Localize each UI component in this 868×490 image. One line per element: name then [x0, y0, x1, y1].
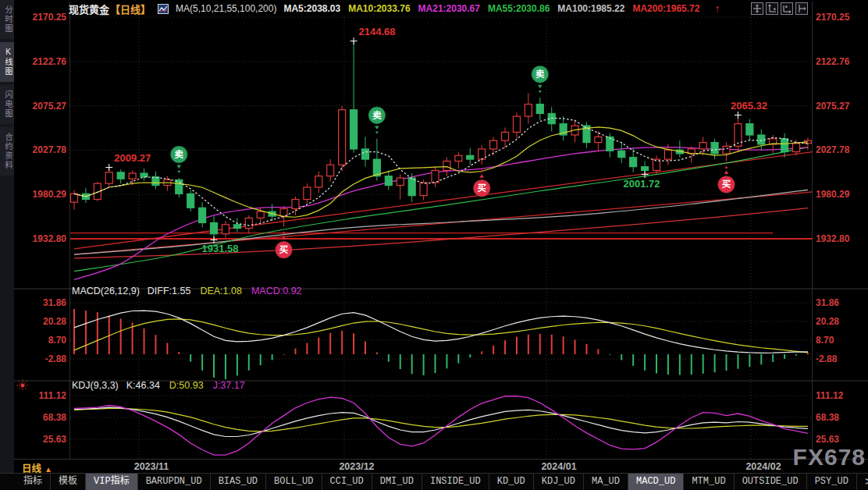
macd-bar: [597, 349, 599, 354]
tab-kd_ud[interactable]: KD_UD: [489, 474, 534, 490]
price-axis-label: 1980.29: [816, 189, 850, 200]
sidebar-tab-lightning-chart[interactable]: 闪电图: [0, 85, 14, 124]
sidebar-tab-contract-info[interactable]: 合约资料: [0, 127, 14, 176]
candle: [152, 177, 159, 186]
candle: [467, 155, 474, 159]
candle: [71, 194, 78, 202]
pane-split-icon[interactable]: [795, 2, 808, 15]
y-axis-scale-icon[interactable]: [766, 2, 778, 15]
tab-kdj_ud[interactable]: KDJ_UD: [534, 474, 584, 490]
candle: [595, 137, 602, 142]
macd-bar: [457, 354, 459, 364]
sidebar-tab-kline-chart[interactable]: K线图: [0, 42, 14, 82]
candle: [245, 218, 252, 228]
tab-inside_ud[interactable]: INSIDE_UD: [422, 474, 489, 490]
candle: [432, 170, 439, 183]
tab-vip指标[interactable]: VIP指标: [86, 474, 138, 490]
price-axis-label: 20.28: [816, 316, 839, 327]
macd-bar: [703, 354, 704, 374]
macd-bar: [97, 312, 98, 354]
macd-bar: [563, 336, 564, 354]
pan-icon[interactable]: [751, 2, 763, 15]
macd-bar: [575, 339, 576, 354]
x-axis-scale-icon[interactable]: [781, 2, 793, 15]
tab-mtm_ud[interactable]: MTM_UD: [684, 474, 734, 490]
macd-bar: [667, 354, 669, 375]
tab-macd_ud[interactable]: MACD_UD: [628, 474, 684, 490]
ma-value: MA5:2038.03: [283, 3, 340, 14]
signal-label: 卖: [175, 149, 184, 159]
panel-value: K:46.34: [126, 380, 160, 391]
price-axis-label: 2027.78: [33, 144, 67, 155]
macd-bar: [504, 340, 506, 354]
signal-label: 卖: [372, 110, 382, 120]
macd-bar: [178, 352, 180, 354]
macd-bar: [435, 354, 436, 373]
macd-bar: [737, 354, 738, 369]
price-axis-label: 2170.25: [816, 12, 850, 23]
macd-bar: [726, 354, 727, 371]
macd-bar: [585, 344, 587, 354]
ma-value: MA21:2030.67: [418, 3, 480, 14]
buy-signal: 买: [718, 165, 735, 193]
candle: [105, 172, 112, 183]
candle: [339, 110, 346, 165]
macd-bar: [411, 354, 413, 374]
tab-psy_ud[interactable]: PSY_UD: [807, 474, 857, 490]
symbol-name: 现货黄金: [69, 2, 109, 16]
candles-layer: [71, 41, 812, 240]
macd-bar: [656, 354, 657, 373]
kdj-values: K:46.34D:50.93J:37.17: [126, 380, 254, 391]
candle: [711, 143, 718, 154]
macd-bar: [260, 354, 261, 365]
tab-模板[interactable]: 模板: [51, 474, 86, 490]
date-label: 2023/11: [134, 461, 169, 472]
candle: [327, 165, 334, 176]
candle: [304, 187, 311, 200]
tab-boll_ud[interactable]: BOLL_UD: [266, 474, 322, 490]
sidebar-tab-time-share-chart[interactable]: 分时图: [0, 0, 14, 39]
price-axis-label: 1980.29: [33, 189, 67, 200]
candle: [781, 139, 788, 152]
tab-dmi_ud[interactable]: DMI_UD: [372, 474, 422, 490]
chart-type-icon[interactable]: [158, 4, 169, 14]
price-axis-label: 2075.27: [816, 101, 850, 112]
macd-bar: [353, 333, 354, 354]
macd-bar: [772, 354, 774, 362]
overlay-ma55: [74, 147, 808, 272]
macd-bar: [318, 337, 319, 354]
tab-barupdn_ud[interactable]: BARUPDN_UD: [138, 474, 211, 490]
signal-label: 卖: [535, 69, 545, 79]
macd-bar: [225, 354, 226, 379]
macd-bar: [329, 333, 331, 354]
trading-app: 2170.252170.252122.762122.762075.272075.…: [0, 0, 868, 490]
macd-bar: [539, 334, 541, 354]
macd-bar: [749, 354, 750, 367]
price-axis-label: 111.12: [39, 390, 67, 401]
macd-panel-title: MACD(26,12,9) DIFF:1.55DEA:1.08MACD:0.92: [72, 286, 311, 296]
tab-outside_ud[interactable]: OUTSIDE_UD: [735, 474, 807, 490]
macd-bar: [155, 335, 156, 354]
macd-bar: [213, 354, 215, 378]
trade-signals: 卖买卖买卖买: [170, 66, 735, 258]
up-arrow-icon: ↑: [714, 5, 720, 12]
indicator-marker-icon[interactable]: [16, 379, 29, 395]
macd-bar: [388, 354, 390, 362]
price-axis-label: 2122.76: [33, 56, 67, 67]
tab-≫[interactable]: ≫: [857, 474, 868, 490]
buy-signal: 买: [473, 169, 490, 197]
chart-canvas[interactable]: 2170.252170.252122.762122.762075.272075.…: [0, 0, 868, 490]
price-axis-label: 20.28: [43, 316, 66, 327]
price-annotation: 2144.68: [359, 26, 396, 37]
macd-bar: [85, 311, 87, 354]
date-axis: 2023/112023/122024/012024/02: [134, 461, 781, 472]
tab-cci_ud[interactable]: CCI_UD: [322, 474, 372, 490]
candle: [315, 176, 322, 187]
price-axis-label: -2.88: [816, 353, 838, 364]
price-axis-label: 2075.27: [33, 101, 67, 112]
macd-bar: [376, 353, 378, 354]
macd-bar: [423, 354, 425, 375]
tab-bias_ud[interactable]: BIAS_UD: [211, 474, 266, 490]
tab-指标[interactable]: 指标: [16, 474, 51, 490]
tab-ma_ud[interactable]: MA_UD: [584, 474, 628, 490]
